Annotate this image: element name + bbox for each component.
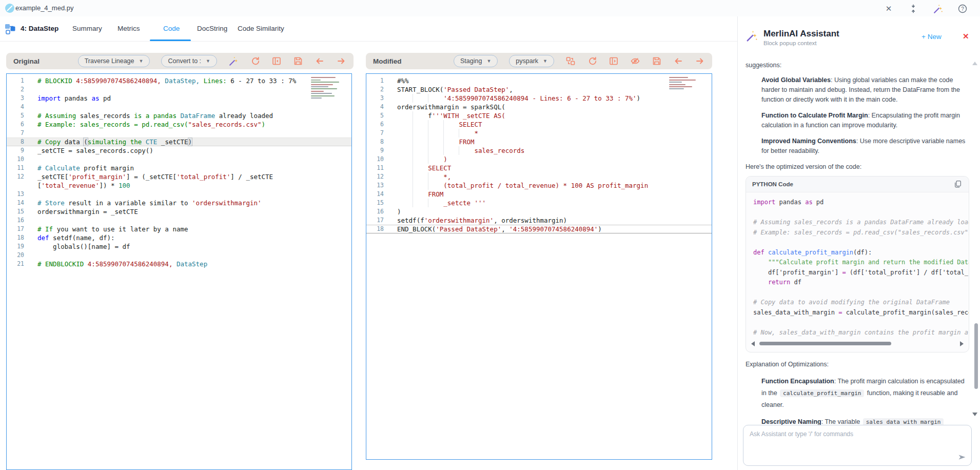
copy-icon[interactable] (953, 180, 963, 189)
code-line: """Calculate profit margin and return th… (753, 258, 969, 268)
language-dropdown[interactable]: pyspark▼ (509, 55, 554, 67)
close-assistant-icon[interactable]: ✕ (963, 32, 969, 41)
code-line: 21# ENDBLOCKID 4:5859907074586240894, Da… (7, 260, 351, 268)
suggestion-list: Avoid Global Variables: Using global var… (746, 75, 969, 156)
code-line: 10 (7, 155, 351, 164)
refresh-icon[interactable] (250, 56, 260, 66)
code-line: import pandas as pd (753, 198, 969, 208)
suggestion-item: Function to Calculate Profit Margin: Enc… (761, 111, 969, 130)
tab-docstring[interactable]: DocString (197, 25, 227, 32)
code-line: 16) (366, 207, 712, 216)
original-code-editor[interactable]: 1# BLOCKID 4:5859907074586240894, DataSt… (6, 73, 352, 470)
suggestion-item: Avoid Global Variables: Using global var… (761, 75, 969, 105)
code-line: 2 (7, 85, 351, 94)
tab-code-similarity[interactable]: Code Similarity (238, 25, 284, 32)
code-line: def calculate_profit_margin(df): (753, 248, 969, 258)
tab-metrics[interactable]: Metrics (117, 25, 140, 32)
save-icon[interactable] (652, 56, 662, 66)
convert-to-button[interactable]: Convert to :▼ (161, 55, 217, 67)
code-line: 6# Example: sales_records = pd.read_csv(… (7, 120, 351, 129)
code-line: # Assuming sales_records is a pandas Dat… (753, 218, 969, 228)
code-card-header: PYTHON Code (746, 177, 969, 192)
send-icon[interactable] (957, 452, 967, 462)
optimized-intro: Here's the optimized version of the code… (746, 162, 969, 172)
minimap[interactable] (668, 76, 699, 91)
chevron-down-icon: ▼ (486, 58, 491, 64)
scroll-up-icon[interactable] (972, 62, 977, 65)
arrow-left-icon[interactable] (673, 56, 683, 66)
assistant-message-area[interactable]: suggestions: Avoid Global Variables: Usi… (738, 51, 973, 425)
minimap[interactable] (309, 76, 341, 100)
code-line: 8 FROM (366, 138, 712, 146)
compare-swap-icon[interactable] (565, 56, 576, 66)
code-line: 8# Copy data (simulating the CTE _setCTE… (7, 138, 351, 146)
code-line: ['total_revenue']) * 100 (7, 181, 351, 190)
tab-code[interactable]: Code (163, 25, 180, 32)
code-line: 7 * (366, 129, 712, 138)
code-line: 5# Assuming sales_records is a pandas Da… (7, 111, 351, 120)
code-line: 19 globals()[name] = df (7, 242, 351, 251)
code-line: 5 f'''WITH _setCTE AS( (366, 111, 712, 120)
code-line: 1# BLOCKID 4:5859907074586240894, DataSt… (7, 76, 351, 85)
scroll-down-icon[interactable] (972, 413, 977, 416)
assistant-header: MerlinAI Assistant Block popup context +… (738, 16, 980, 51)
magic-wand-icon[interactable] (228, 56, 239, 66)
arrow-right-icon[interactable] (695, 56, 705, 66)
collapse-icon[interactable] (908, 4, 918, 14)
code-line: 16 (7, 216, 351, 225)
code-line: 18END_BLOCK('Passed DataStep', '4:585990… (366, 225, 712, 233)
code-line (753, 208, 969, 218)
scroll-right-icon[interactable] (960, 341, 964, 346)
code-line: 2START_BLOCK('Passed DataStep', (366, 85, 712, 94)
traverse-lineage-button[interactable]: Traverse Lineage▼ (78, 55, 150, 67)
help-icon[interactable]: ? (957, 4, 968, 14)
modified-code-editor[interactable]: 1#%%2START_BLOCK('Passed DataStep',3 '4:… (366, 73, 712, 460)
app-window: example_4_med.py ✕ ? 4: DataStep Summary… (0, 0, 980, 470)
panel-left-icon[interactable] (271, 56, 282, 66)
code-line: 3 '4:5859907074586240894 - Lines: 6 - 27… (366, 94, 712, 103)
original-panel-label: Original (13, 57, 40, 65)
arrow-left-icon[interactable] (315, 56, 325, 66)
code-line: 9 sales_records (366, 146, 712, 155)
code-line: # Example: sales_records = pd.read_csv("… (753, 228, 969, 238)
explanation-item: Descriptive Naming: The variable sales_d… (761, 416, 969, 425)
code-line: # Copy data to avoid modifying the origi… (753, 298, 969, 308)
new-chat-button[interactable]: + New (922, 33, 942, 41)
suggestions-label: suggestions: (746, 61, 969, 70)
refresh-icon[interactable] (587, 56, 597, 66)
horizontal-scrollbar[interactable] (751, 340, 964, 348)
code-line: 20 (7, 251, 351, 260)
save-icon[interactable] (293, 56, 303, 66)
code-line: 4 (7, 103, 351, 111)
code-line: # Now, sales_data_with_margin contains t… (753, 328, 969, 338)
modified-panel-label: Modified (373, 57, 402, 65)
eye-slash-icon[interactable] (630, 56, 640, 66)
code-line: return df (753, 278, 969, 288)
code-line: 14# Store result in a variable similar t… (7, 199, 351, 207)
environment-dropdown[interactable]: Staging▼ (454, 55, 498, 67)
code-line: 15orderswithmargin = _setCTE (7, 207, 351, 216)
tab-summary[interactable]: Summary (72, 25, 102, 32)
code-line: df['profit_margin'] = (df['total_profit'… (753, 268, 969, 278)
magic-wand-icon[interactable] (933, 4, 943, 14)
active-tab-underline (150, 40, 191, 41)
assistant-subtitle: Block popup context (763, 40, 817, 46)
window-title: example_4_med.py (15, 4, 73, 12)
scroll-left-icon[interactable] (751, 341, 755, 346)
modified-toolbar: Modified Staging▼ pyspark▼ (366, 53, 712, 69)
scrollbar-thumb[interactable] (759, 342, 891, 345)
datastep-icon (4, 23, 16, 35)
panel-right-icon[interactable] (609, 56, 619, 66)
arrow-right-icon[interactable] (336, 56, 346, 66)
assistant-input[interactable] (743, 425, 971, 465)
explanation-list: Function Encapsulation: The profit margi… (746, 376, 969, 425)
code-line: 4orderswithmargin = sparkSQL( (366, 103, 712, 111)
code-line: 11 SELECT (366, 164, 712, 172)
magic-wand-icon (746, 30, 758, 42)
code-line (753, 318, 969, 328)
tab-block-name[interactable]: 4: DataStep (21, 25, 58, 32)
svg-text:?: ? (961, 6, 964, 12)
close-icon[interactable]: ✕ (884, 4, 894, 14)
code-line: 14 FROM (366, 190, 712, 199)
vertical-scrollbar-thumb[interactable] (974, 323, 978, 389)
